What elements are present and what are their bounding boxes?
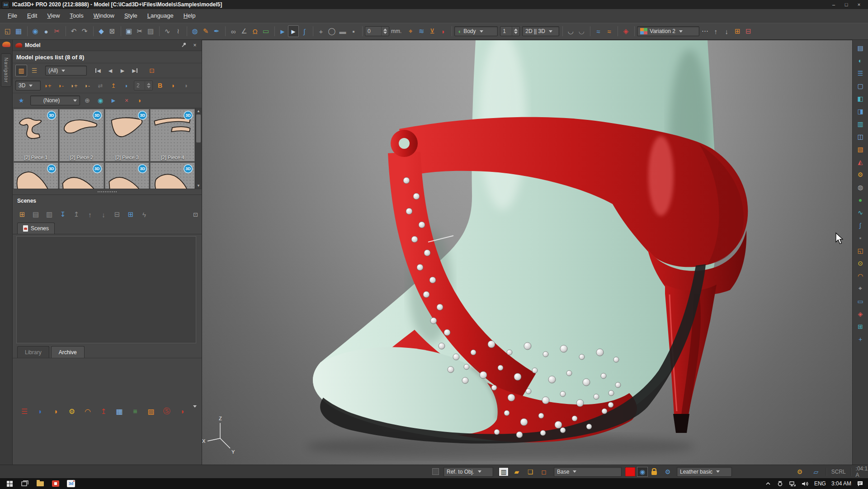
eraser-button[interactable]: ◆ xyxy=(96,25,107,37)
right-tool-1[interactable]: ▤ xyxy=(855,43,866,53)
heel-tool-button[interactable]: ◠ xyxy=(82,406,93,417)
previous-piece-button[interactable]: ◀ xyxy=(105,66,116,76)
scene-down-button[interactable]: ↓ xyxy=(98,209,109,220)
material-dropdown[interactable]: Leather basic xyxy=(677,467,732,477)
reference-checkbox[interactable] xyxy=(432,468,439,475)
copy-button[interactable]: ▣ xyxy=(123,25,134,37)
body-dropdown[interactable]: ◖ Body xyxy=(454,26,498,36)
curve-tool-button[interactable]: ∿ xyxy=(162,25,173,37)
tab-scenes[interactable]: Scenes xyxy=(17,223,55,234)
close-button[interactable]: × xyxy=(853,1,865,8)
pin-panel-button[interactable] xyxy=(180,42,188,49)
piece-thumbnail-5[interactable]: 3D xyxy=(14,162,58,189)
offset-spinner-arrows[interactable] xyxy=(381,27,389,36)
last-piece-button[interactable]: ▶ xyxy=(129,66,140,76)
tab-archive[interactable]: Archive xyxy=(51,346,85,358)
pieces-scrollbar[interactable]: ▲ ▼ xyxy=(195,108,202,189)
network-tray-button[interactable] xyxy=(789,481,796,487)
piece-count-arrows[interactable] xyxy=(145,81,152,90)
grid-display-button[interactable]: ▥ xyxy=(499,467,509,476)
visibility-toggle[interactable]: ◉ xyxy=(637,467,648,477)
scenes-options-button[interactable]: ⊡ xyxy=(193,211,198,218)
menu-edit[interactable]: Edit xyxy=(22,12,42,19)
magnet-button[interactable]: Ω xyxy=(250,25,260,37)
next-piece-button[interactable]: ▶ xyxy=(117,66,128,76)
maximize-button[interactable]: □ xyxy=(840,1,853,8)
upload-shoe-button[interactable]: ↥ xyxy=(98,406,109,417)
menu-language[interactable]: Language xyxy=(142,12,179,19)
scrollbar-thumb[interactable] xyxy=(196,114,201,142)
zoom-selection-button[interactable]: ⊡ xyxy=(146,65,158,76)
minimize-button[interactable]: – xyxy=(827,1,840,8)
piece-disabled-button[interactable]: ◗ xyxy=(180,80,192,91)
right-tool-8[interactable]: ◫ xyxy=(855,131,866,142)
right-tool-2[interactable]: ◐ xyxy=(855,55,866,66)
link-button[interactable]: ∞ xyxy=(228,25,239,37)
variation-delete-button[interactable]: ⊟ xyxy=(743,25,754,37)
move-button[interactable]: + xyxy=(316,25,326,37)
spline-tool-button[interactable]: ≀ xyxy=(173,25,184,37)
menu-style[interactable]: Style xyxy=(119,12,142,19)
bold-outline-button[interactable]: B xyxy=(154,80,166,91)
repair-button[interactable]: ⊠ xyxy=(107,25,118,37)
list-view-button[interactable]: ☰ xyxy=(28,65,40,76)
draw-button[interactable]: ✎ xyxy=(200,25,211,37)
paste-button[interactable]: ▨ xyxy=(145,25,156,37)
redo-button[interactable]: ↷ xyxy=(79,25,90,37)
piece-count-spinner[interactable]: 2 xyxy=(134,81,153,90)
scenes-list[interactable] xyxy=(16,236,196,343)
right-tool-20[interactable]: ⌖ xyxy=(855,283,866,294)
reference-dropdown[interactable]: Ref. to Obj. xyxy=(443,467,493,477)
pin-tool-button[interactable]: ✒ xyxy=(211,25,222,37)
piece-2d3d-button[interactable]: ◗ xyxy=(121,80,132,91)
select-pieces-button[interactable]: ► xyxy=(108,95,119,106)
texture-button[interactable]: ▨ xyxy=(146,406,156,417)
right-tool-15[interactable]: ∫ xyxy=(855,220,866,230)
sole-orange-button[interactable]: ◗ xyxy=(51,406,61,417)
selection-mode-button[interactable]: ◻ xyxy=(538,467,549,477)
color-swatch[interactable] xyxy=(625,467,635,476)
cut-button[interactable]: ✂ xyxy=(134,25,145,37)
leather-view-button[interactable]: ▰ xyxy=(511,467,522,477)
action-center-button[interactable] xyxy=(857,480,863,487)
navigator-tab[interactable]: Navigator xyxy=(1,53,11,87)
dimension-dropdown[interactable]: 3D xyxy=(15,81,41,90)
favorites-dropdown[interactable]: (None) xyxy=(30,95,80,105)
new-material-button[interactable]: ◈ xyxy=(620,25,631,37)
material-sphere-button[interactable]: ● xyxy=(41,25,52,37)
archive-more-button[interactable] xyxy=(193,408,197,416)
piece-filter-dropdown[interactable]: (All) xyxy=(45,66,87,76)
apply-scene-button[interactable]: ϟ xyxy=(138,209,150,220)
piece-tools-button[interactable]: ◗ xyxy=(134,95,146,106)
leather-spray-button[interactable]: ❏ xyxy=(525,467,536,477)
clock[interactable]: 3:04 AM xyxy=(831,480,851,487)
piece-thumbnail-7[interactable]: 3D xyxy=(105,162,150,189)
lasso-button[interactable]: ∫ xyxy=(299,25,310,37)
render-settings-button[interactable]: ⚙ xyxy=(794,467,805,477)
open-scene-button[interactable]: ▤ xyxy=(30,209,42,220)
new-piece-button[interactable]: ◗+ xyxy=(42,80,54,91)
scan-button[interactable]: ▱ xyxy=(811,467,821,477)
punch-add-button[interactable]: ⊕ xyxy=(81,95,93,106)
right-tool-21[interactable]: ▭ xyxy=(855,296,866,306)
right-tool-13[interactable]: ● xyxy=(855,195,866,205)
icad3d-app-button[interactable]: 3d xyxy=(63,478,79,489)
screen-record-tray-button[interactable] xyxy=(777,481,783,487)
menu-tools[interactable]: Tools xyxy=(65,12,88,19)
new-scene-button[interactable]: ⊞ xyxy=(16,209,28,220)
variation-dropdown[interactable]: Variation 2 xyxy=(637,26,699,36)
menu-window[interactable]: Window xyxy=(89,12,119,19)
right-tool-19[interactable]: ◠ xyxy=(855,271,866,281)
first-piece-button[interactable]: ◀ xyxy=(93,66,104,76)
variation-add-button[interactable]: ⊞ xyxy=(732,25,743,37)
paste-scene-button[interactable]: ⊞ xyxy=(125,209,137,220)
file-explorer-button[interactable] xyxy=(33,478,48,489)
copy-scene-button[interactable]: ⊟ xyxy=(111,209,123,220)
trim-button[interactable]: ✂ xyxy=(52,25,62,37)
figure-pose-button[interactable]: ⌖ xyxy=(405,25,416,37)
piece-thumbnail-2[interactable]: 3D [2] Piece 2 xyxy=(59,109,104,161)
ruler-button[interactable]: ▭ xyxy=(260,25,271,37)
panel-splitter[interactable] xyxy=(13,189,202,195)
scroll-up-icon[interactable]: ▲ xyxy=(195,108,202,114)
shoe-flat-alt-button[interactable]: ◡ xyxy=(576,25,587,37)
